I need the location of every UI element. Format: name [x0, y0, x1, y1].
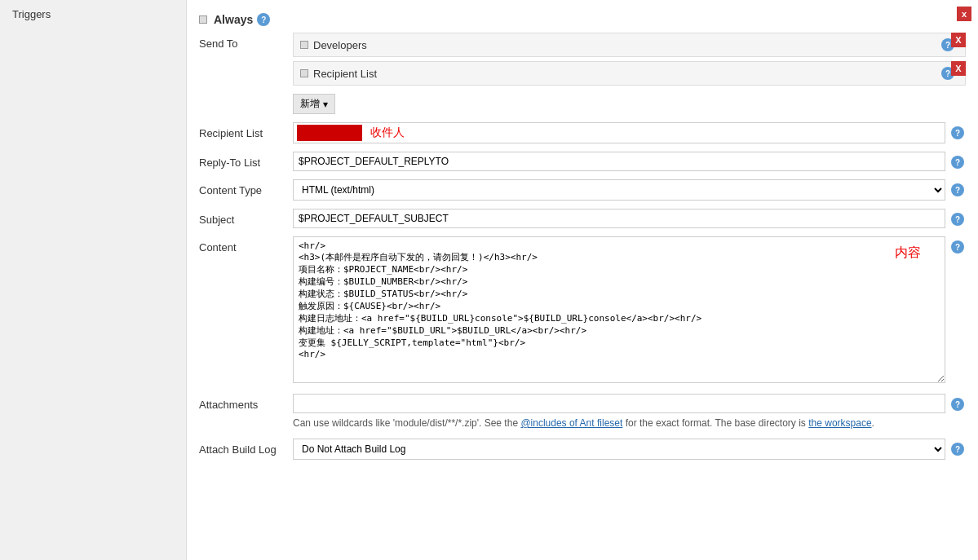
content-chinese-hint: 内容	[895, 245, 921, 262]
developers-row-icon	[300, 41, 308, 49]
attachments-label: Attachments	[199, 394, 293, 411]
add-btn-label: 新增	[300, 97, 320, 111]
always-section-header: Always ?	[199, 8, 966, 33]
reply-to-input[interactable]	[293, 152, 945, 171]
recipient-list-label: Recipient List	[313, 68, 377, 80]
send-to-row: Send To Developers X ? Recipient List	[199, 33, 966, 114]
sidebar-triggers-label: Triggers	[12, 8, 51, 20]
close-always-button[interactable]: x	[957, 7, 971, 21]
recipient-list-row-help-icon[interactable]: ?	[951, 126, 964, 139]
attach-build-log-field: Do Not Attach Build Log Attach Build Log…	[293, 439, 945, 460]
content-row: Content 内容 ?	[199, 236, 966, 386]
subject-help-icon[interactable]: ?	[951, 213, 964, 226]
attach-build-log-help-icon[interactable]: ?	[951, 443, 964, 456]
send-to-field: Developers X ? Recipient List X ? 新增	[293, 33, 966, 114]
content-type-select[interactable]: HTML (text/html) Plain Text (text/plain)	[293, 179, 945, 201]
recipient-list-row-icon	[300, 69, 308, 77]
remove-developers-button[interactable]: X	[951, 33, 966, 47]
attachments-note-end: .	[872, 417, 874, 429]
recipient-list-recipient-row: Recipient List X ?	[293, 61, 966, 86]
attachments-input[interactable]	[293, 394, 945, 413]
always-help-icon[interactable]: ?	[257, 13, 270, 26]
recipient-chinese-hint: 收件人	[370, 126, 405, 140]
add-btn-arrow: ▾	[323, 99, 328, 110]
attachments-note: Can use wildcards like 'module/dist/**/*…	[293, 416, 945, 430]
always-icon	[199, 15, 207, 24]
attach-build-log-row: Attach Build Log Do Not Attach Build Log…	[199, 439, 966, 460]
reply-to-help-col: ?	[945, 152, 966, 169]
recipient-list-form-field: 收件人	[293, 122, 945, 143]
content-textarea[interactable]	[293, 236, 945, 383]
reply-to-field	[293, 152, 945, 171]
content-field: 内容	[293, 236, 945, 386]
recipient-list-input-container: 收件人	[293, 122, 945, 143]
send-to-label: Send To	[199, 33, 293, 50]
attachments-field: Can use wildcards like 'module/dist/**/*…	[293, 394, 945, 430]
attachments-link1[interactable]: @includes of Ant fileset	[520, 417, 622, 429]
content-help-col: ?	[945, 236, 966, 254]
subject-input[interactable]	[293, 209, 945, 228]
reply-to-row: Reply-To List ?	[199, 152, 966, 171]
reply-to-help-icon[interactable]: ?	[951, 156, 964, 169]
developers-label: Developers	[313, 39, 367, 51]
recipient-list-help-col: ?	[945, 122, 966, 139]
content-type-label: Content Type	[199, 179, 293, 196]
add-recipient-button[interactable]: 新增 ▾	[293, 94, 335, 114]
attachments-link2[interactable]: the workspace	[808, 417, 871, 429]
content-type-row: Content Type HTML (text/html) Plain Text…	[199, 179, 966, 201]
subject-row: Subject ?	[199, 209, 966, 228]
attach-build-log-help-col: ?	[945, 439, 966, 456]
content-type-field: HTML (text/html) Plain Text (text/plain)	[293, 179, 945, 201]
recipient-list-row: Recipient List 收件人 ?	[199, 122, 966, 143]
attachments-help-icon[interactable]: ?	[951, 398, 964, 411]
recipient-redacted	[297, 125, 362, 141]
attachments-note-middle: for the exact format. The base directory…	[622, 417, 808, 429]
recipient-list-form-label: Recipient List	[199, 122, 293, 139]
attach-build-log-select[interactable]: Do Not Attach Build Log Attach Build Log…	[293, 439, 945, 460]
developers-recipient-row: Developers X ?	[293, 33, 966, 57]
content-type-help-col: ?	[945, 179, 966, 196]
attachments-help-col: ?	[945, 394, 966, 411]
always-title: Always	[214, 13, 253, 26]
attach-build-log-label: Attach Build Log	[199, 439, 293, 456]
content-help-icon[interactable]: ?	[951, 240, 964, 254]
remove-recipient-list-button[interactable]: X	[951, 61, 966, 76]
reply-to-label: Reply-To List	[199, 152, 293, 169]
sidebar-triggers: Triggers	[12, 8, 174, 20]
attachments-row: Attachments Can use wildcards like 'modu…	[199, 394, 966, 430]
subject-label: Subject	[199, 209, 293, 226]
content-type-help-icon[interactable]: ?	[951, 183, 964, 196]
subject-field	[293, 209, 945, 228]
content-label: Content	[199, 236, 293, 254]
attachments-note-part1: Can use wildcards like 'module/dist/**/*…	[293, 417, 520, 429]
subject-help-col: ?	[945, 209, 966, 226]
